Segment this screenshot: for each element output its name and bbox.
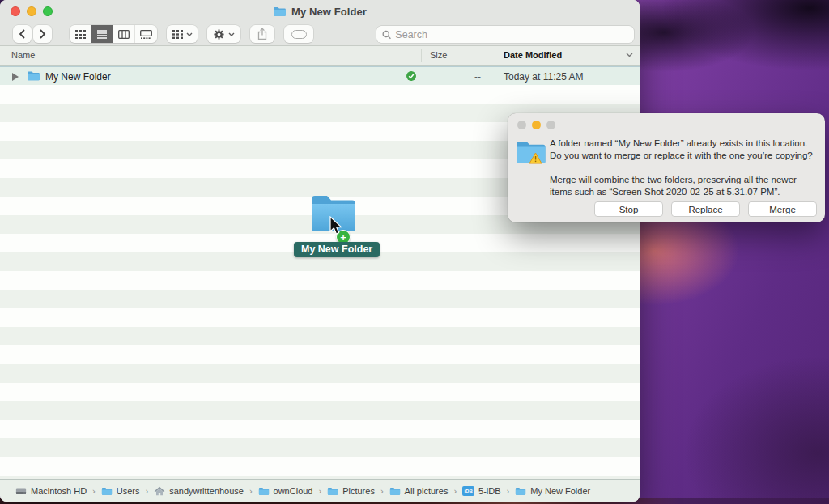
tag-button[interactable] — [284, 25, 313, 43]
path-item-sandywrittenhouse[interactable]: sandywrittenhouse — [154, 486, 244, 496]
mouse-cursor-icon — [329, 216, 343, 235]
home-icon — [154, 486, 165, 496]
list-icon — [97, 30, 107, 39]
window-title-area: My New Folder — [0, 0, 640, 23]
sort-chevron-icon — [626, 53, 633, 57]
dialog-message: A folder named “My New Folder” already e… — [550, 138, 818, 198]
hard-drive-icon — [15, 486, 27, 496]
breadcrumb-separator: › — [145, 486, 148, 496]
columns-icon — [118, 30, 130, 39]
path-item-label: My New Folder — [530, 486, 590, 496]
chevron-left-icon — [19, 29, 26, 39]
file-date-modified: Today at 11:25 AM — [504, 71, 584, 83]
file-size: -- — [474, 71, 481, 83]
window-title: My New Folder — [291, 6, 367, 18]
path-bar: Macintosh HD›Users›sandywrittenhouse›own… — [0, 479, 640, 502]
path-item-5-idb[interactable]: iDB5-iDB — [462, 486, 501, 496]
file-name: My New Folder — [45, 71, 111, 83]
dialog-buttons: Stop Replace Merge — [594, 201, 817, 217]
path-item-label: ownCloud — [274, 486, 313, 496]
tag-icon — [291, 30, 307, 39]
dialog-close-button[interactable] — [517, 121, 526, 129]
chevron-down-icon — [186, 32, 193, 36]
path-item-label: All pictures — [405, 486, 449, 496]
folder-icon — [101, 486, 113, 496]
action-button[interactable] — [207, 25, 240, 43]
column-header-name[interactable]: Name — [11, 50, 35, 60]
column-header-date-modified[interactable]: Date Modified — [504, 50, 562, 60]
gear-icon — [213, 28, 225, 40]
desktop: My New Folder — [0, 0, 829, 504]
path-item-macintosh-hd[interactable]: Macintosh HD — [15, 486, 87, 496]
dialog-zoom-button[interactable] — [546, 121, 555, 129]
group-button[interactable] — [167, 25, 198, 43]
folder-icon — [273, 6, 287, 17]
breadcrumb-separator: › — [453, 486, 457, 496]
merge-dialog: A folder named “My New Folder” already e… — [508, 113, 825, 222]
dialog-window-controls — [517, 121, 555, 129]
dialog-message-primary: A folder named “My New Folder” already e… — [550, 138, 818, 162]
path-item-users[interactable]: Users — [101, 486, 140, 496]
share-button[interactable] — [250, 25, 274, 43]
stop-button[interactable]: Stop — [594, 201, 663, 217]
path-item-label: Users — [117, 486, 140, 496]
dialog-minimize-button[interactable] — [532, 121, 541, 129]
breadcrumb-separator: › — [92, 486, 96, 496]
path-item-owncloud[interactable]: ownCloud — [258, 486, 313, 496]
folder-icon — [27, 70, 40, 82]
sync-complete-badge-icon — [406, 71, 416, 81]
toolbar — [0, 23, 640, 46]
breadcrumb-separator: › — [249, 486, 253, 496]
folder-icon — [258, 486, 270, 496]
path-item-label: sandywrittenhouse — [169, 486, 244, 496]
search-input[interactable] — [395, 29, 628, 40]
list-header: Name Size Date Modified — [0, 46, 640, 66]
chevron-right-icon — [39, 29, 46, 39]
drag-label: My New Folder — [294, 242, 380, 257]
table-row[interactable]: My New Folder -- Today at 11:25 AM — [0, 66, 640, 85]
path-item-label: 5-iDB — [478, 486, 501, 496]
list-view-button[interactable] — [91, 25, 113, 43]
gallery-view-button[interactable] — [135, 25, 157, 43]
icon-view-button[interactable] — [70, 25, 91, 43]
title-bar: My New Folder — [0, 0, 640, 23]
path-item-label: Macintosh HD — [31, 486, 87, 496]
folder-icon — [327, 486, 338, 496]
search-field[interactable] — [376, 26, 634, 43]
folder-icon — [515, 486, 526, 496]
path-item-label: Pictures — [342, 486, 375, 496]
breadcrumb-separator: › — [380, 486, 384, 496]
path-item-my-new-folder[interactable]: My New Folder — [515, 486, 590, 496]
breadcrumb-separator: › — [318, 486, 321, 496]
grid-icon — [75, 30, 86, 39]
back-button[interactable] — [13, 25, 32, 43]
path-item-all-pictures[interactable]: All pictures — [389, 486, 449, 496]
folder-icon — [389, 486, 401, 496]
column-view-button[interactable] — [113, 25, 135, 43]
forward-button[interactable] — [33, 25, 52, 43]
merge-button[interactable]: Merge — [748, 201, 817, 217]
path-item-pictures[interactable]: Pictures — [327, 486, 375, 496]
replace-button[interactable]: Replace — [671, 201, 740, 217]
gallery-icon — [140, 30, 152, 39]
dialog-message-secondary: Merge will combine the two folders, pres… — [550, 174, 818, 198]
share-icon — [257, 28, 268, 40]
column-divider[interactable] — [495, 49, 495, 62]
breadcrumb-separator: › — [507, 486, 510, 496]
disclosure-triangle-icon[interactable] — [12, 73, 19, 81]
search-icon — [382, 30, 391, 40]
view-switcher — [70, 25, 157, 43]
chevron-down-icon — [228, 32, 235, 36]
warning-badge-icon — [529, 152, 542, 164]
group-icon — [172, 30, 183, 39]
column-header-size[interactable]: Size — [430, 50, 447, 60]
column-divider[interactable] — [421, 49, 422, 62]
idb-folder-icon: iDB — [462, 486, 474, 496]
